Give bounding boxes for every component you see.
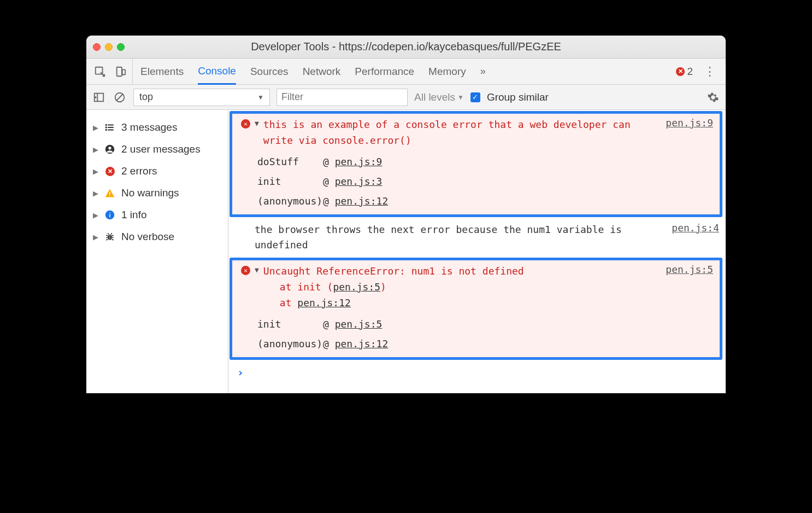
sidebar-item-info[interactable]: ▶ 1 info xyxy=(86,204,228,226)
error-icon: ✕ xyxy=(676,67,685,76)
svg-rect-15 xyxy=(109,192,110,195)
tab-performance[interactable]: Performance xyxy=(355,59,414,84)
source-link[interactable]: pen.js:12 xyxy=(297,297,351,308)
zoom-window-button[interactable] xyxy=(117,43,125,51)
expand-icon: ▶ xyxy=(93,145,98,154)
svg-point-12 xyxy=(106,130,107,131)
sidebar-item-label: 2 user messages xyxy=(121,143,201,155)
source-link[interactable]: pen.js:5 xyxy=(333,281,380,293)
svg-point-10 xyxy=(106,125,107,126)
chevron-down-icon: ▼ xyxy=(257,94,264,101)
collapse-icon[interactable]: ▼ xyxy=(255,266,259,311)
log-levels-selector[interactable]: All levels ▼ xyxy=(414,91,464,103)
close-window-button[interactable] xyxy=(93,43,101,51)
sidebar-item-messages[interactable]: ▶ 3 messages xyxy=(86,116,228,138)
tab-console[interactable]: Console xyxy=(198,59,236,85)
highlight-box-1: ▼ this is an example of a console error … xyxy=(230,111,722,217)
error-icon xyxy=(241,266,250,275)
svg-rect-1 xyxy=(117,67,122,76)
inspect-element-icon[interactable] xyxy=(93,65,107,79)
context-value: top xyxy=(139,91,153,103)
warning-icon xyxy=(104,188,116,198)
devtools-menu-button[interactable]: ⋮ xyxy=(701,65,719,79)
stack-source-link[interactable]: pen.js:12 xyxy=(335,195,389,207)
sidebar-item-warnings[interactable]: ▶ No warnings xyxy=(86,182,228,204)
group-similar-checkbox[interactable]: ✓ xyxy=(470,92,480,102)
sidebar-item-label: 3 messages xyxy=(121,121,177,133)
sidebar-item-label: 2 errors xyxy=(121,165,157,177)
stack-source-link[interactable]: pen.js:9 xyxy=(335,156,383,167)
console-prompt[interactable]: › xyxy=(228,362,726,383)
stack-trace: init@ pen.js:5 (anonymous)@ pen.js:12 xyxy=(241,314,713,354)
titlebar: Developer Tools - https://codepen.io/kay… xyxy=(86,36,726,59)
svg-rect-19 xyxy=(109,213,110,214)
error-text: Uncaught ReferenceError: num1 is not def… xyxy=(263,264,661,311)
stack-source-link[interactable]: pen.js:3 xyxy=(335,176,383,187)
console-output: ▼ this is an example of a console error … xyxy=(228,110,726,393)
stack-frame: init@ pen.js:3 xyxy=(257,172,713,191)
stack-source-link[interactable]: pen.js:5 xyxy=(335,318,383,330)
expand-icon: ▶ xyxy=(93,233,98,241)
console-sidebar: ▶ 3 messages ▶ 2 user messages ▶ ✕ 2 err… xyxy=(86,110,228,393)
highlight-box-2: ▼ Uncaught ReferenceError: num1 is not d… xyxy=(230,258,722,359)
source-link[interactable]: pen.js:9 xyxy=(666,117,713,149)
sidebar-item-verbose[interactable]: ▶ No verbose xyxy=(86,226,228,248)
stack-frame: (anonymous)@ pen.js:12 xyxy=(257,191,713,211)
svg-rect-18 xyxy=(109,214,110,218)
devtools-tabs: Elements Console Sources Network Perform… xyxy=(140,59,486,84)
chevron-down-icon: ▼ xyxy=(457,94,464,101)
log-text: the browser throws the next error becaus… xyxy=(255,222,667,254)
clear-console-icon[interactable] xyxy=(113,90,127,104)
console-error-message[interactable]: ▼ this is an example of a console error … xyxy=(232,114,720,152)
console-body: ▶ 3 messages ▶ 2 user messages ▶ ✕ 2 err… xyxy=(86,110,726,393)
window-title: Developer Tools - https://codepen.io/kay… xyxy=(86,40,726,53)
error-icon: ✕ xyxy=(104,167,116,176)
levels-label: All levels xyxy=(414,91,455,103)
svg-point-14 xyxy=(108,147,111,149)
toggle-sidebar-icon[interactable] xyxy=(92,90,106,104)
devtools-left-icons xyxy=(93,59,133,84)
traffic-lights xyxy=(93,43,125,51)
svg-line-6 xyxy=(117,94,123,100)
collapse-icon[interactable]: ▼ xyxy=(255,119,259,149)
sidebar-item-label: No verbose xyxy=(121,231,174,243)
svg-point-11 xyxy=(106,127,107,128)
console-log-message[interactable]: the browser throws the next error becaus… xyxy=(228,219,726,257)
stack-frame: (anonymous)@ pen.js:12 xyxy=(257,334,713,354)
minimize-window-button[interactable] xyxy=(105,43,113,51)
tab-elements[interactable]: Elements xyxy=(140,59,184,84)
stack-source-link[interactable]: pen.js:12 xyxy=(335,338,389,349)
group-similar-label: Group similar xyxy=(487,91,549,103)
list-icon xyxy=(104,123,116,132)
console-error-message[interactable]: ▼ Uncaught ReferenceError: num1 is not d… xyxy=(232,260,720,314)
sidebar-item-user-messages[interactable]: ▶ 2 user messages xyxy=(86,138,228,160)
context-selector[interactable]: top ▼ xyxy=(133,89,270,106)
stack-trace: doStuff@ pen.js:9 init@ pen.js:3 (anonym… xyxy=(241,152,713,211)
user-icon xyxy=(104,144,116,154)
tab-network[interactable]: Network xyxy=(303,59,341,84)
console-settings-icon[interactable] xyxy=(706,90,720,104)
expand-icon: ▶ xyxy=(93,189,98,197)
tab-row: Elements Console Sources Network Perform… xyxy=(86,59,726,85)
source-link[interactable]: pen.js:4 xyxy=(672,222,719,254)
filter-input[interactable] xyxy=(276,89,408,106)
source-link[interactable]: pen.js:5 xyxy=(666,264,713,311)
info-icon xyxy=(104,210,116,220)
error-icon xyxy=(241,119,250,129)
devtools-window: Developer Tools - https://codepen.io/kay… xyxy=(86,36,726,393)
svg-rect-2 xyxy=(122,69,126,74)
expand-icon: ▶ xyxy=(93,211,98,219)
tabs-overflow-button[interactable]: » xyxy=(480,66,486,77)
tab-sources[interactable]: Sources xyxy=(250,59,289,84)
error-count: 2 xyxy=(687,66,693,78)
sidebar-item-errors[interactable]: ▶ ✕ 2 errors xyxy=(86,160,228,182)
error-text: this is an example of a console error th… xyxy=(263,117,661,149)
error-count-badge[interactable]: ✕ 2 xyxy=(676,66,693,78)
tab-memory[interactable]: Memory xyxy=(428,59,466,84)
stack-frame: init@ pen.js:5 xyxy=(257,314,713,334)
console-toolbar: top ▼ All levels ▼ ✓ Group similar xyxy=(86,85,726,110)
expand-icon: ▶ xyxy=(93,124,98,132)
stack-frame: doStuff@ pen.js:9 xyxy=(257,152,713,172)
device-toolbar-icon[interactable] xyxy=(114,65,128,79)
svg-rect-16 xyxy=(109,196,110,197)
